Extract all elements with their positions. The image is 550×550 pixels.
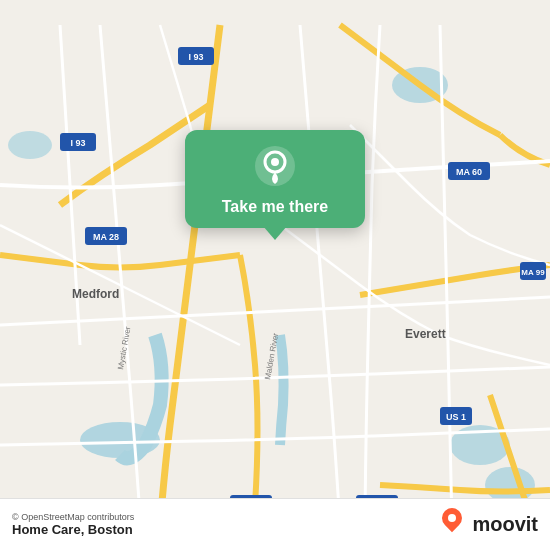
map-svg: I 93 I 93 MA 28 MA 28 MA 60 MA 99 MA 99 …: [0, 0, 550, 550]
svg-text:Medford: Medford: [72, 287, 119, 301]
map-container: I 93 I 93 MA 28 MA 28 MA 60 MA 99 MA 99 …: [0, 0, 550, 550]
svg-text:US 1: US 1: [446, 412, 466, 422]
svg-point-28: [271, 158, 279, 166]
moovit-logo: moovit: [438, 508, 538, 542]
svg-text:MA 99: MA 99: [521, 268, 545, 277]
svg-text:MA 28: MA 28: [93, 232, 119, 242]
popup-card[interactable]: Take me there: [185, 130, 365, 228]
moovit-text: moovit: [472, 513, 538, 536]
svg-text:Everett: Everett: [405, 327, 446, 341]
svg-text:Mystic River: Mystic River: [116, 326, 132, 371]
svg-text:I 93: I 93: [70, 138, 85, 148]
svg-text:MA 60: MA 60: [456, 167, 482, 177]
take-me-there-label: Take me there: [222, 198, 328, 216]
location-label: Home Care, Boston: [12, 522, 134, 537]
bottom-left: © OpenStreetMap contributors Home Care, …: [12, 512, 134, 537]
svg-text:I 93: I 93: [188, 52, 203, 62]
svg-point-2: [8, 131, 52, 159]
location-pin-icon: [253, 144, 297, 188]
bottom-bar: © OpenStreetMap contributors Home Care, …: [0, 498, 550, 550]
attribution-text: © OpenStreetMap contributors: [12, 512, 134, 522]
moovit-pin-dot: [448, 514, 456, 522]
